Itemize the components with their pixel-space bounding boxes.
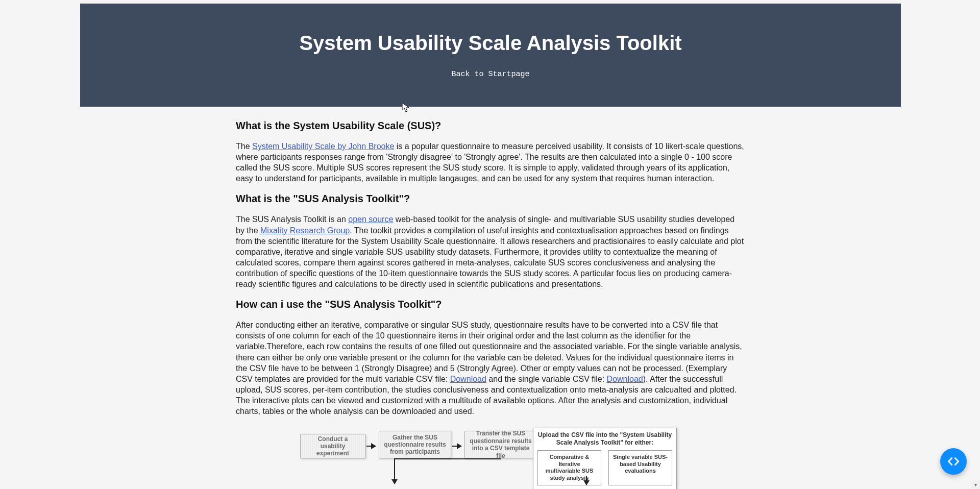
page-title: System Usability Scale Analysis Toolkit [90,32,891,55]
back-to-startpage-link[interactable]: Back to Startpage [451,70,529,79]
arrow-icon [452,446,461,447]
diagram-upload-heading: Upload the CSV file into the "System Usa… [537,431,672,446]
diagram-upload-sub-multivar: Comparative & Iterative multivariable SU… [537,450,601,485]
arrow-down-icon [394,458,395,484]
code-icon [947,455,960,468]
text: After conducting either an iterative, co… [236,321,742,383]
diagram-upload-group: Upload the CSV file into the "System Usa… [533,428,677,489]
workflow-diagram: Conduct a usability experiment Gather th… [300,428,677,489]
heading-what-is-sus: What is the System Usability Scale (SUS)… [236,120,744,132]
diagram-step-conduct: Conduct a usability experiment [300,434,365,458]
text: and the single variable CSV file: [486,375,607,383]
heading-what-is-toolkit: What is the "SUS Analysis Toolkit"? [236,193,744,205]
paragraph-how-use: After conducting either an iterative, co… [236,320,744,417]
paragraph-what-is-toolkit: The SUS Analysis Toolkit is an open sour… [236,214,744,289]
code-fab-button[interactable] [940,448,967,475]
link-download-singlevar-csv[interactable]: Download [607,375,643,383]
heading-how-use: How can i use the "SUS Analysis Toolkit"… [236,299,744,310]
text: The [236,142,252,151]
text: The SUS Analysis Toolkit is an [236,215,348,224]
scrollbar-down-icon[interactable]: ▾ [971,480,980,489]
link-sus-by-john-brooke[interactable]: System Usability Scale by John Brooke [252,142,394,151]
link-mixality-research-group[interactable]: Mixality Research Group [260,226,350,235]
main-content: What is the System Usability Scale (SUS)… [236,107,744,489]
link-open-source[interactable]: open source [348,215,393,224]
text: . The toolkit provides a compilation of … [236,226,744,289]
diagram-upload-sub-singlevar: Single variable SUS-based Usability eval… [608,450,672,485]
arrow-icon [366,446,376,447]
link-download-multivar-csv[interactable]: Download [450,375,486,383]
arrow-down-icon [586,476,587,485]
diagram-step-transfer: Transfer the SUS questionnaire results i… [464,431,537,458]
paragraph-what-is-sus: The System Usability Scale by John Brook… [236,141,744,184]
diagram-step-gather: Gather the SUS questionnaire results fro… [379,431,451,458]
connector-line [394,458,501,459]
header-banner: System Usability Scale Analysis Toolkit … [80,4,901,107]
